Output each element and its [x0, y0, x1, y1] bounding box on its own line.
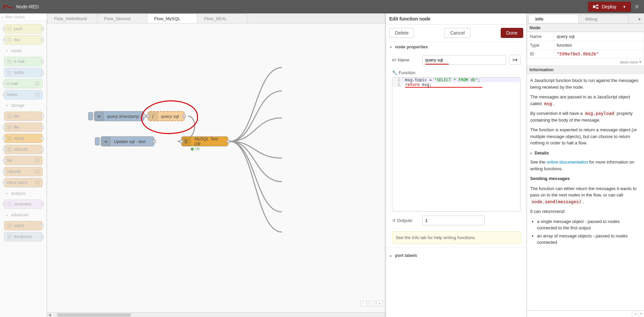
zoom-out-button[interactable]: −: [360, 301, 367, 306]
flow-node-function-query-sql[interactable]: f query sql: [148, 111, 185, 121]
svg-point-2: [3, 7, 5, 8]
workspace: Flow_HelloWorld Flow_Second Flow_MySQL F…: [47, 13, 386, 317]
flow-node-inject-query-timestamp[interactable]: ➜ query timestamp: [94, 111, 144, 121]
flow-canvas[interactable]: ➜ query timestamp f query sql ➜ Update s…: [47, 24, 386, 312]
function-icon: f: [148, 112, 158, 121]
show-more-toggle[interactable]: show more ▾: [527, 58, 644, 65]
deploy-dropdown-arrow[interactable]: ▼: [619, 5, 626, 9]
section-node-properties[interactable]: node properties: [386, 42, 527, 52]
name-extra-button[interactable]: ≡▾: [509, 55, 521, 65]
online-docs-link[interactable]: online documentation: [546, 160, 588, 165]
deploy-label: Deploy: [602, 4, 616, 9]
tab-flow-second[interactable]: Flow_Second: [97, 14, 147, 23]
palette: ⌕ yaml rbe social e mail twitter e mail …: [0, 13, 47, 317]
outputs-label: ⤭Outputs: [392, 218, 419, 223]
app-header: Node-RED Deploy ▼ ≡: [0, 0, 644, 13]
name-label: 🏷Name: [392, 57, 419, 62]
inject-icon: ➜: [101, 137, 110, 146]
edit-tray-title: Edit function node: [389, 16, 523, 21]
sidebar-footer: ⤢ ×: [527, 310, 644, 317]
details-heading[interactable]: Details: [530, 150, 641, 156]
flow-node-inject-update-sql[interactable]: ➜ Update sql - test: [101, 136, 154, 146]
horizontal-scrollbar[interactable]: ◀: [47, 312, 386, 317]
tag-icon: 🏷: [392, 57, 396, 62]
sidebar-tab-debug[interactable]: debug: [578, 14, 629, 23]
svg-point-1: [11, 7, 13, 8]
zoom-in-button[interactable]: +: [376, 301, 383, 306]
info-node-header: Node: [527, 24, 644, 32]
shuffle-icon: ⤭: [392, 218, 396, 223]
wrench-icon: 🔧: [392, 70, 397, 75]
cancel-button[interactable]: Cancel: [444, 28, 470, 38]
sending-messages-heading: Sending messages: [530, 176, 570, 181]
svg-rect-4: [596, 5, 598, 6]
app-logo: Node-RED: [3, 4, 39, 9]
sidebar: info debug ▾ Node Namequery sql Typefunc…: [527, 13, 644, 317]
database-icon: 🗄: [182, 137, 191, 146]
svg-rect-5: [596, 7, 598, 9]
app-title: Node-RED: [16, 4, 39, 9]
outputs-input[interactable]: [422, 216, 485, 225]
inject-button[interactable]: [95, 137, 100, 145]
sidebar-footer-expand[interactable]: ⤢: [632, 311, 638, 317]
deploy-button[interactable]: Deploy ▼: [588, 2, 631, 12]
flow-tabs: Flow_HelloWorld Flow_Second Flow_MySQL F…: [47, 13, 386, 24]
flow-node-mysql-db[interactable]: 🗄 MySQL Test DB OK: [181, 136, 228, 146]
edit-tray: Edit function node Delete Cancel Done no…: [386, 13, 527, 317]
info-content: A JavaScript function block to run again…: [527, 74, 644, 251]
function-code-editor[interactable]: 1msg.topic = "SELECT * FROM db"; 2return…: [392, 77, 521, 212]
main-menu-button[interactable]: ≡: [633, 1, 641, 12]
svg-point-0: [3, 5, 5, 6]
nodered-logo-icon: [3, 4, 13, 9]
inject-button[interactable]: [88, 112, 93, 120]
delete-button[interactable]: Delete: [389, 28, 414, 38]
sidebar-footer-close[interactable]: ×: [638, 311, 644, 317]
node-status: OK: [191, 147, 200, 151]
deploy-icon: [593, 5, 599, 9]
sidebar-dropdown-button[interactable]: ▾: [636, 15, 643, 23]
tab-flow-seal[interactable]: Flow_SEAL: [197, 14, 247, 23]
done-button[interactable]: Done: [501, 28, 523, 38]
name-input[interactable]: [422, 55, 506, 65]
tab-flow-mysql[interactable]: Flow_MySQL: [147, 14, 197, 23]
zoom-reset-button[interactable]: ○: [368, 301, 375, 306]
info-information-header: Information: [527, 65, 644, 74]
svg-rect-3: [593, 5, 595, 8]
hint-box: See the Info tab for help writing functi…: [392, 231, 521, 244]
tab-flow-helloworld[interactable]: Flow_HelloWorld: [47, 14, 97, 23]
info-table: Namequery sql Typefunction ID"599ef8e5.0…: [527, 32, 644, 58]
sidebar-tab-info[interactable]: info: [528, 14, 579, 23]
inject-icon: ➜: [94, 111, 104, 121]
section-port-labels[interactable]: port labels: [386, 250, 527, 261]
function-label: 🔧Function: [392, 70, 419, 75]
